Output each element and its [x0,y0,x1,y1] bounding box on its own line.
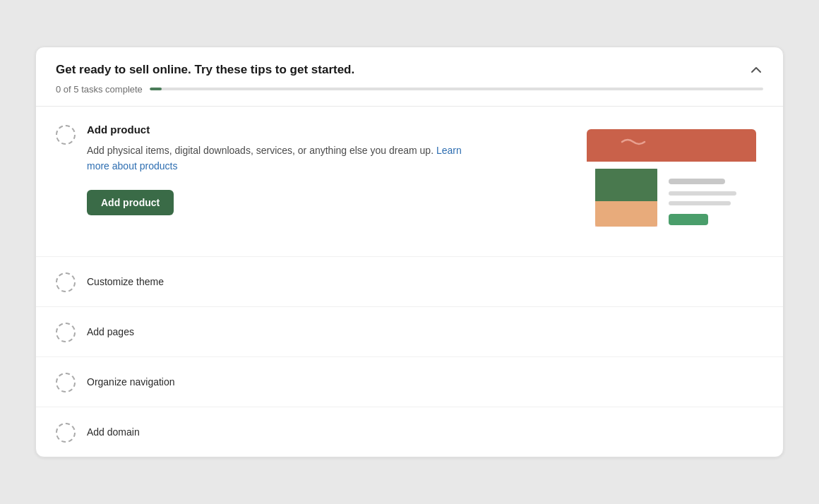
card-header: Get ready to sell online. Try these tips… [36,47,783,107]
task-left: Add product Add physical items, digital … [56,124,563,215]
product-illustration [580,124,763,236]
collapse-button[interactable] [749,63,763,77]
svg-marker-5 [595,169,657,201]
task-item-organize-navigation[interactable]: Organize navigation [36,357,783,407]
task-title-add-product: Add product [87,124,563,136]
task-content-add-product: Add product Add physical items, digital … [87,124,563,215]
svg-rect-6 [595,201,657,227]
task-title-add-pages: Add pages [87,326,134,337]
task-item-add-domain[interactable]: Add domain [36,407,783,457]
svg-rect-8 [669,191,736,196]
task-title-organize-navigation: Organize navigation [87,376,175,388]
task-item-customize-theme[interactable]: Customize theme [36,257,783,307]
progress-bar-fill [150,88,162,90]
svg-rect-9 [669,201,731,205]
task-circle-add-domain [56,423,76,443]
task-circle-add-product [56,125,76,145]
svg-rect-7 [669,179,725,184]
card-body: Add product Add physical items, digital … [36,107,783,457]
main-card: Get ready to sell online. Try these tips… [35,47,784,457]
task-circle-organize-navigation [56,373,76,392]
svg-rect-10 [669,214,708,225]
task-title-add-domain: Add domain [87,426,140,438]
progress-row: 0 of 5 tasks complete [56,84,763,95]
svg-rect-2 [587,145,756,162]
task-circle-add-pages [56,323,76,342]
header-top: Get ready to sell online. Try these tips… [56,61,763,78]
card-title: Get ready to sell online. Try these tips… [56,61,354,78]
progress-bar-container [150,88,763,90]
task-title-customize-theme: Customize theme [87,276,164,287]
task-item-add-pages[interactable]: Add pages [36,307,783,357]
task-item-add-product: Add product Add physical items, digital … [36,107,783,257]
task-circle-customize-theme [56,272,76,292]
task-description-add-product: Add physical items, digital downloads, s… [87,143,468,174]
progress-label: 0 of 5 tasks complete [56,84,143,95]
add-product-button[interactable]: Add product [87,190,174,215]
